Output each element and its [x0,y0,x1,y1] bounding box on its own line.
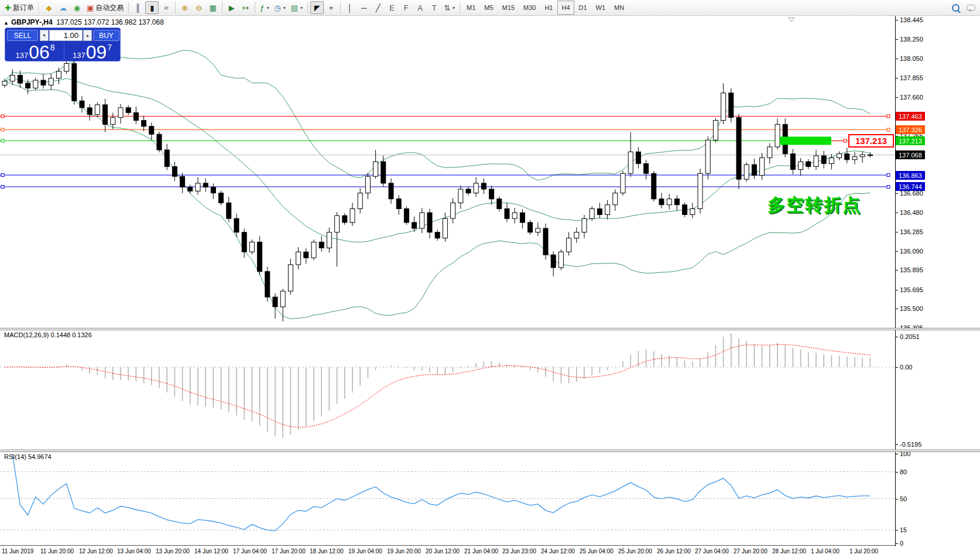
candle-body [698,173,703,208]
price-tick-label: 136.090 [900,248,923,255]
chat-icon[interactable] [967,5,975,11]
horizontal-line-icon: ─ [361,4,366,12]
fibonacci-button[interactable]: F [399,1,413,14]
vertical-line-button[interactable]: │ [343,1,357,14]
time-axis[interactable]: 11 Jun 201911 Jun 20:0012 Jun 12:0013 Ju… [0,546,895,558]
text-label-button[interactable]: T [427,1,441,14]
trendline-button[interactable]: ╱ [371,1,385,14]
search-icon[interactable] [952,4,960,12]
main-price-chart[interactable] [0,16,895,328]
main-toolbar: ✚新订单◆☁◉▣自动交易║▮≈⊕⊖▦▶↦ƒ▾◷▾▤▾◤+│─╱EFAT⇅▾M1M… [0,0,980,16]
signals-button[interactable]: ◉ [70,1,84,14]
timeframe-h4-button[interactable]: H4 [557,1,574,15]
periods-button[interactable]: ◷▾ [272,1,287,14]
candle-body [536,228,540,232]
buy-price[interactable]: 137 09 7 [65,42,119,61]
candle-body [103,105,108,125]
chart-shift-button[interactable]: ↦ [239,1,252,14]
candle-body [605,205,610,215]
candle-body [273,297,277,307]
line-anchor[interactable] [1,174,4,177]
sell-price[interactable]: 137 06 8 [7,42,63,61]
candle-body [381,162,386,183]
bar-chart-button[interactable]: ║ [131,1,145,14]
metaquotes-button[interactable]: ◆ [42,1,56,14]
candle-body [613,193,618,205]
candle-body [674,199,679,205]
timeframe-m5-button[interactable]: M5 [480,1,497,15]
price-level-label[interactable]: 137.213 [848,134,894,148]
horizontal-line-button[interactable]: ─ [357,1,371,14]
crosshair-button[interactable]: + [324,1,338,14]
macd-indicator-panel[interactable] [0,330,895,450]
tile-windows-button[interactable]: ▦ [206,1,220,14]
new-order-button[interactable]: ✚新订单 [2,1,36,14]
highlight-bar[interactable] [780,136,831,145]
sell-button[interactable]: SELL [7,30,38,41]
toolbar-separator [307,2,308,13]
panel-separator[interactable] [0,450,980,452]
rsi-indicator-panel[interactable] [0,451,895,545]
timeframe-m30-button[interactable]: M30 [519,1,540,15]
line-chart-button[interactable]: ≈ [159,1,173,14]
periods-icon: ◷ [274,4,280,12]
price-badge: 137.463 [896,112,925,121]
price-axis[interactable]: 138.445138.250138.050137.855137.660137.2… [895,16,980,546]
line-anchor[interactable] [1,186,4,189]
candle-body [814,156,818,166]
line-anchor[interactable] [887,128,890,131]
bar-chart-icon: ║ [135,4,141,12]
axis-tick [896,454,898,454]
timeframe-m1-button[interactable]: M1 [462,1,479,15]
line-anchor[interactable] [1,128,4,131]
line-anchor[interactable] [887,115,890,118]
toolbar-separator [128,2,129,13]
autotrading-button[interactable]: ▣自动交易 [84,1,126,14]
indicators-button[interactable]: ƒ▾ [258,1,271,14]
zoom-out-button[interactable]: ⊖ [192,1,205,14]
candle-body [227,203,231,218]
line-anchor[interactable] [1,115,4,118]
candle-body [760,158,765,175]
zoom-in-button[interactable]: ⊕ [178,1,191,14]
volume-step-up-button[interactable]: ▲ [83,30,92,41]
toolbar-separator [460,2,460,13]
turning-point-annotation[interactable]: 多空转折点 [767,193,861,217]
price-badge: 136.744 [896,182,925,191]
timeframe-w1-button[interactable]: W1 [592,1,610,15]
auto-scroll-button[interactable]: ▶ [225,1,238,14]
volume-step-down-button[interactable]: ▼ [40,30,49,41]
candle-body [280,291,285,307]
buy-button[interactable]: BUY [93,30,119,41]
cursor-button[interactable]: ◤ [310,1,324,14]
equidistant-channel-button[interactable]: E [385,1,399,14]
candle-body [350,209,355,223]
panel-divider [64,42,64,60]
timeframe-d1-button[interactable]: D1 [575,1,591,15]
text-button[interactable]: A [413,1,427,14]
candle-body [466,189,471,193]
vertical-line-icon: │ [348,4,352,12]
panel-separator[interactable] [0,328,980,330]
arrows-button[interactable]: ⇅▾ [441,1,457,14]
indicators-icon: ƒ [260,4,264,12]
community-button[interactable]: ☁ [56,1,70,14]
axis-tick [896,97,898,98]
templates-button[interactable]: ▤▾ [289,1,305,14]
toolbar-separator [340,2,341,13]
candle-body [567,238,571,252]
candle-body [543,228,548,255]
line-anchor[interactable] [1,139,4,142]
volume-input[interactable]: 1.00 [49,30,83,41]
collapse-panel-icon[interactable]: ▲ [4,20,9,26]
line-anchor[interactable] [844,139,847,142]
timeframe-h1-button[interactable]: H1 [540,1,557,15]
line-anchor[interactable] [887,174,890,177]
line-anchor[interactable] [887,186,890,189]
candle-body [358,193,362,209]
candle-body [868,155,872,156]
timeframe-m15-button[interactable]: M15 [498,1,519,15]
timeframe-mn-button[interactable]: MN [610,1,628,15]
candlestick-chart-button[interactable]: ▮ [145,1,159,14]
candle-body [597,209,602,215]
